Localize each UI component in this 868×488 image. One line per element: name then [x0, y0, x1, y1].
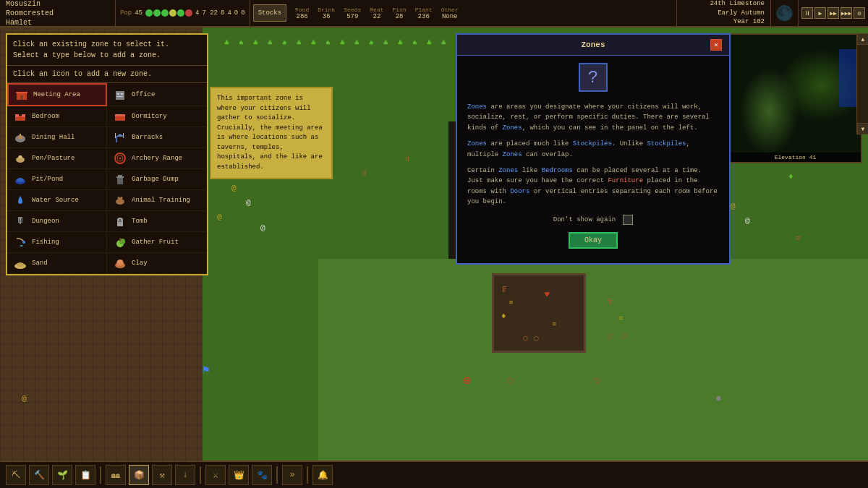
resource-meat: Meat 22 — [370, 7, 383, 20]
stat-0a: 0 — [234, 9, 238, 17]
dormitory-icon — [113, 109, 127, 124]
office-label: Office — [132, 91, 155, 98]
tool-stockpile[interactable]: 📦 — [129, 465, 149, 485]
tomb-label: Tomb — [132, 218, 148, 225]
toolbar-separator-4 — [307, 466, 308, 484]
tool-dig[interactable]: ⛏ — [6, 465, 26, 485]
resource-plant: Plant 236 — [415, 7, 433, 20]
scroll-down[interactable]: ▼ — [857, 123, 868, 134]
pit-pond-icon — [13, 172, 27, 187]
svg-rect-36 — [20, 220, 21, 224]
animal-training-icon — [113, 193, 127, 207]
dialog-body: Zones are areas you designate where your… — [457, 96, 729, 263]
resource-fish: Fish 28 — [393, 7, 407, 20]
clay-label: Clay — [132, 260, 148, 267]
instruction-line1: Click an existing zone to select it. — [13, 39, 201, 50]
speed1-button[interactable]: ▶ — [814, 7, 826, 19]
minimap-controls: ▲ ▼ — [856, 33, 868, 134]
world-char: ○ — [523, 333, 528, 343]
sad-face — [185, 9, 192, 17]
resource-drink: Drink 36 — [318, 7, 335, 20]
svg-rect-26 — [117, 177, 123, 184]
zone-item-garbage-dump[interactable]: Garbage Dump — [107, 169, 207, 190]
animal-training-label: Animal Training — [132, 197, 190, 204]
zone-item-dining-hall[interactable]: Dining Hall — [7, 127, 107, 148]
dont-show-row: Don't show again — [467, 215, 719, 225]
toolbar-separator-3 — [276, 466, 278, 484]
pop-stats: Pop 45 4 7 22 8 4 0 0 — [116, 0, 250, 26]
tool-nobles[interactable]: 👑 — [229, 465, 249, 485]
pen-pasture-label: Pen/Pasture — [32, 155, 75, 162]
dialog-title: Zones — [476, 40, 710, 49]
zone-item-barracks[interactable]: Barracks — [107, 127, 207, 148]
stat-0b: 0 — [241, 9, 244, 17]
tool-build[interactable]: 🔨 — [29, 465, 49, 485]
tool-animals[interactable]: 🐾 — [252, 465, 272, 485]
zone-item-dungeon[interactable]: Dungeon — [7, 211, 107, 232]
minimap[interactable]: Elevation 41 — [728, 33, 862, 163]
pause-button[interactable]: ⏸ — [801, 7, 813, 19]
happy-face — [153, 9, 161, 17]
zone-item-archery-range[interactable]: Archery Range — [107, 148, 207, 169]
fishing-label: Fishing — [32, 239, 59, 246]
bedroom-icon — [13, 109, 27, 124]
settings-button[interactable]: ⚙ — [854, 7, 865, 19]
tool-farm[interactable]: 🌱 — [52, 465, 72, 485]
header-controls: ⏸ ▶ ▶▶ ▶▶▶ ⚙ — [799, 0, 868, 26]
zone-grid: Meeting Area Office Bedroom Dormitory — [7, 83, 207, 274]
svg-point-14 — [18, 136, 22, 139]
world-char: ¤ — [509, 297, 514, 307]
dont-show-checkbox[interactable] — [623, 215, 633, 225]
pop-label: Pop — [120, 9, 132, 17]
speed2-button[interactable]: ▶▶ — [827, 7, 839, 19]
meeting-area-label: Meeting Area — [33, 91, 80, 98]
tool-orders[interactable]: 📋 — [75, 465, 95, 485]
scroll-up[interactable]: ▲ — [857, 33, 868, 45]
garbage-dump-icon — [113, 172, 127, 187]
tool-military[interactable]: ⚔ — [205, 465, 226, 485]
world-char: ╔ — [501, 283, 506, 292]
tool-announcements[interactable]: 🔔 — [312, 465, 333, 485]
town-info: Mosuszin Roomcrested Hamlet — [0, 0, 116, 26]
tool-zones[interactable]: 🏘 — [106, 465, 126, 485]
zone-item-meeting-area[interactable]: Meeting Area — [7, 83, 107, 106]
zone-item-pit-pond[interactable]: Pit/Pond — [7, 169, 107, 190]
zone-add-instruction: Click an icon to add a new zone. — [7, 66, 207, 83]
zone-item-dormitory[interactable]: Dormitory — [107, 106, 207, 127]
resource-other: Other None — [441, 7, 459, 20]
zone-panel-instructions: Click an existing zone to select it. Sel… — [7, 35, 207, 66]
water-source-icon — [13, 193, 27, 207]
svg-rect-1 — [16, 92, 27, 93]
zone-item-tomb[interactable]: Tomb — [107, 211, 207, 232]
dialog-question-icon: ? — [579, 63, 608, 92]
zone-item-gather-fruit[interactable]: Gather Fruit — [107, 232, 207, 253]
happy-face — [177, 9, 184, 17]
stocks-button[interactable]: Stocks — [253, 4, 286, 22]
zone-item-fishing[interactable]: Fishing — [7, 232, 107, 253]
tool-workshop[interactable]: ⚒ — [152, 465, 172, 485]
resources-bar: Food 286 Drink 36 Seeds 579 Meat 22 Fish… — [289, 0, 677, 26]
zone-item-animal-training[interactable]: Animal Training — [107, 190, 207, 211]
svg-rect-17 — [123, 133, 124, 138]
neutral-face — [169, 9, 176, 17]
toolbar-separator-2 — [200, 466, 201, 484]
svg-point-35 — [20, 218, 21, 220]
speed3-button[interactable]: ▶▶▶ — [841, 7, 852, 19]
zone-item-sand[interactable]: Sand — [7, 253, 107, 274]
zone-item-office[interactable]: Office — [107, 83, 207, 106]
town-type: Hamlet — [6, 18, 109, 27]
okay-button[interactable]: Okay — [569, 232, 618, 249]
tool-arrow[interactable]: ↓ — [175, 465, 195, 485]
svg-point-20 — [19, 155, 22, 158]
svg-point-25 — [17, 178, 24, 182]
garbage-dump-label: Garbage Dump — [132, 176, 179, 183]
dialog-close-button[interactable]: ✕ — [710, 39, 722, 51]
zone-item-pen-pasture[interactable]: Pen/Pasture — [7, 148, 107, 169]
svg-rect-4 — [117, 93, 119, 95]
header-bar: Mosuszin Roomcrested Hamlet Pop 45 4 7 2… — [0, 0, 868, 27]
zone-item-clay[interactable]: Clay — [107, 253, 207, 274]
zone-item-bedroom[interactable]: Bedroom — [7, 106, 107, 127]
tool-next[interactable]: » — [282, 465, 302, 485]
meeting-area-icon — [14, 87, 29, 102]
zone-item-water-source[interactable]: Water Source — [7, 190, 107, 211]
